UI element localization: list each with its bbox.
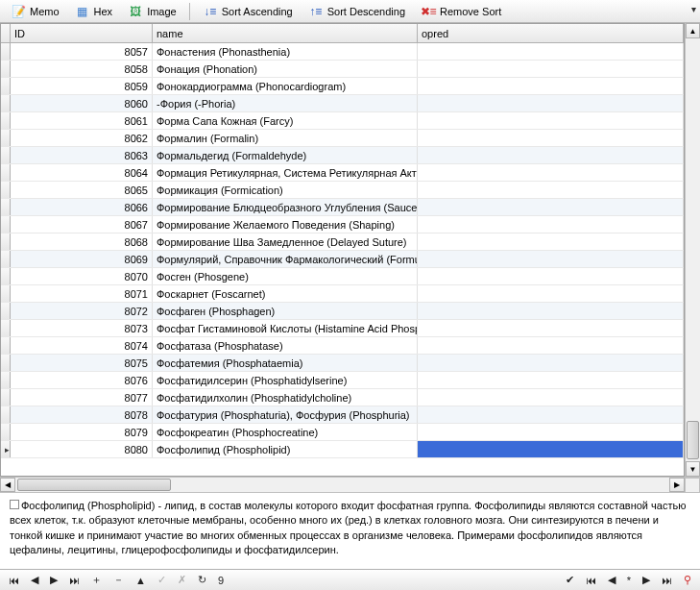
cell-opred[interactable] bbox=[418, 234, 684, 250]
cell-opred[interactable] bbox=[418, 337, 684, 354]
table-row[interactable]: 8074Фосфатаза (Phosphatase) bbox=[1, 337, 684, 355]
hex-button[interactable]: ▦ Hex bbox=[68, 1, 120, 22]
cell-opred[interactable] bbox=[418, 320, 684, 336]
nav-goto-prev-button[interactable]: ◀ bbox=[605, 574, 618, 586]
cell-name[interactable]: Фосфатидилсерин (Phosphatidylserine) bbox=[153, 372, 418, 388]
table-row[interactable]: 8078Фосфатурия (Phosphaturia), Фосфурия … bbox=[1, 406, 684, 424]
cell-id[interactable]: 8071 bbox=[11, 285, 153, 302]
cell-opred[interactable] bbox=[418, 130, 684, 146]
cell-opred[interactable] bbox=[418, 182, 684, 198]
cell-id[interactable]: 8077 bbox=[11, 389, 153, 406]
horizontal-scrollbar[interactable]: ◀ ▶ bbox=[0, 477, 700, 492]
cell-opred[interactable] bbox=[418, 78, 684, 94]
vscroll-thumb[interactable] bbox=[687, 421, 699, 459]
cell-id[interactable]: 8068 bbox=[11, 234, 153, 250]
cell-name[interactable]: Фосфатидилхолин (Phosphatidylcholine) bbox=[153, 389, 418, 406]
cell-opred[interactable] bbox=[418, 251, 684, 267]
cell-id[interactable]: 8057 bbox=[11, 43, 153, 60]
cell-name[interactable]: Фонокардиограмма (Phonocardiogram) bbox=[153, 78, 418, 94]
cell-id[interactable]: 8072 bbox=[11, 303, 153, 319]
cell-opred[interactable] bbox=[418, 389, 684, 406]
vscroll-track[interactable] bbox=[686, 38, 700, 461]
table-row[interactable]: 8073Фосфат Гистаминовой Кислоты (Histami… bbox=[1, 320, 684, 337]
cell-id[interactable]: 8074 bbox=[11, 337, 153, 354]
table-row[interactable]: 8076Фосфатидилсерин (Phosphatidylserine) bbox=[1, 372, 684, 389]
cell-opred[interactable] bbox=[418, 112, 684, 129]
cell-name[interactable]: Фоскарнет (Foscarnet) bbox=[153, 285, 418, 302]
table-row[interactable]: 8069Формулярий, Справочник Фармакологиче… bbox=[1, 251, 684, 268]
cell-id[interactable]: 8061 bbox=[11, 112, 153, 129]
cell-id[interactable]: 8058 bbox=[11, 61, 153, 77]
nav-filter-button[interactable]: ⚲ bbox=[681, 574, 694, 586]
cell-id[interactable]: 8064 bbox=[11, 164, 153, 181]
cell-name[interactable]: Формирование Шва Замедленное (Delayed Su… bbox=[153, 234, 418, 250]
nav-cancel-button[interactable]: ✗ bbox=[175, 574, 189, 586]
cell-opred[interactable] bbox=[418, 355, 684, 371]
sort-desc-button[interactable]: ↑≡ Sort Descending bbox=[302, 1, 412, 22]
cell-name[interactable]: Формалин (Formalin) bbox=[153, 130, 418, 146]
cell-id[interactable]: 8060 bbox=[11, 95, 153, 111]
nav-last-button[interactable]: ⏭ bbox=[66, 575, 83, 586]
cell-opred[interactable] bbox=[418, 199, 684, 215]
cell-name[interactable]: -Фория (-Phoria) bbox=[153, 95, 418, 111]
column-header-opred[interactable]: opred bbox=[418, 24, 684, 42]
hscroll-thumb[interactable] bbox=[17, 479, 171, 491]
table-row[interactable]: 8075Фосфатемия (Phosphataemia) bbox=[1, 355, 684, 372]
nav-prev-button[interactable]: ◀ bbox=[28, 574, 41, 586]
nav-next-button[interactable]: ▶ bbox=[47, 574, 60, 586]
cell-id[interactable]: 8075 bbox=[11, 355, 153, 371]
table-row[interactable]: 8067Формирование Желаемого Поведения (Sh… bbox=[1, 216, 684, 234]
scroll-left-button[interactable]: ◀ bbox=[0, 478, 15, 492]
cell-opred[interactable] bbox=[418, 164, 684, 181]
cell-name[interactable]: Фосфолипид (Phospholipid) bbox=[153, 441, 418, 457]
table-row[interactable]: 8057Фонастения (Phonasthenia) bbox=[1, 43, 684, 61]
cell-name[interactable]: Фосфатурия (Phosphaturia), Фосфурия (Pho… bbox=[153, 406, 418, 423]
table-row[interactable]: 8068Формирование Шва Замедленное (Delaye… bbox=[1, 234, 684, 251]
cell-name[interactable]: Формирование Желаемого Поведения (Shapin… bbox=[153, 216, 418, 233]
table-row[interactable]: 8064Формация Ретикулярная, Система Ретик… bbox=[1, 164, 684, 182]
cell-id[interactable]: 8078 bbox=[11, 406, 153, 423]
cell-id[interactable]: 8066 bbox=[11, 199, 153, 215]
nav-delete-button[interactable]: － bbox=[110, 573, 127, 587]
table-row[interactable]: 8066Формирование Блюдцеобразного Углубле… bbox=[1, 199, 684, 216]
cell-name[interactable]: Фонация (Phonation) bbox=[153, 61, 418, 77]
memo-button[interactable]: 📝 Memo bbox=[4, 1, 66, 22]
cell-opred[interactable] bbox=[418, 372, 684, 388]
table-row[interactable]: 8059Фонокардиограмма (Phonocardiogram) bbox=[1, 78, 684, 95]
table-row[interactable]: 8063Формальдегид (Formaldehyde) bbox=[1, 147, 684, 164]
scroll-right-button[interactable]: ▶ bbox=[669, 478, 685, 492]
cell-name[interactable]: Фосген (Phosgene) bbox=[153, 268, 418, 284]
cell-id[interactable]: 8073 bbox=[11, 320, 153, 336]
hscroll-track[interactable] bbox=[15, 478, 669, 492]
table-row[interactable]: 8070Фосген (Phosgene) bbox=[1, 268, 684, 285]
cell-id[interactable]: 8080 bbox=[11, 441, 153, 457]
cell-id[interactable]: 8063 bbox=[11, 147, 153, 163]
cell-opred[interactable] bbox=[418, 268, 684, 284]
cell-id[interactable]: 8076 bbox=[11, 372, 153, 388]
toolbar-dropdown-icon[interactable]: ▾ bbox=[691, 4, 696, 14]
cell-opred[interactable] bbox=[418, 61, 684, 77]
table-row[interactable]: 8071Фоскарнет (Foscarnet) bbox=[1, 285, 684, 303]
table-row[interactable]: 8061Форма Сапа Кожная (Farcy) bbox=[1, 112, 684, 130]
cell-opred[interactable] bbox=[418, 95, 684, 111]
cell-id[interactable]: 8069 bbox=[11, 251, 153, 267]
cell-name[interactable]: Форма Сапа Кожная (Farcy) bbox=[153, 112, 418, 129]
cell-name[interactable]: Фосфат Гистаминовой Кислоты (Histamine A… bbox=[153, 320, 418, 336]
vertical-scrollbar[interactable]: ▲ ▼ bbox=[685, 23, 700, 477]
cell-name[interactable]: Формация Ретикулярная, Система Ретикуляр… bbox=[153, 164, 418, 181]
cell-opred[interactable] bbox=[418, 147, 684, 163]
cell-id[interactable]: 8079 bbox=[11, 424, 153, 440]
cell-opred[interactable] bbox=[418, 285, 684, 302]
cell-name[interactable]: Фонастения (Phonasthenia) bbox=[153, 43, 418, 60]
cell-name[interactable]: Формикация (Formication) bbox=[153, 182, 418, 198]
cell-name[interactable]: Формирование Блюдцеобразного Углубления … bbox=[153, 199, 418, 215]
scroll-down-button[interactable]: ▼ bbox=[686, 461, 700, 477]
cell-name[interactable]: Фосфаген (Phosphagen) bbox=[153, 303, 418, 319]
nav-goto-first-button[interactable]: ⏮ bbox=[583, 575, 599, 586]
table-row[interactable]: 8062Формалин (Formalin) bbox=[1, 130, 684, 147]
cell-name[interactable]: Фосфокреатин (Phosphocreatine) bbox=[153, 424, 418, 440]
cell-opred[interactable] bbox=[418, 216, 684, 233]
cell-id[interactable]: 8062 bbox=[11, 130, 153, 146]
cell-id[interactable]: 8065 bbox=[11, 182, 153, 198]
table-row[interactable]: 8065Формикация (Formication) bbox=[1, 182, 684, 199]
